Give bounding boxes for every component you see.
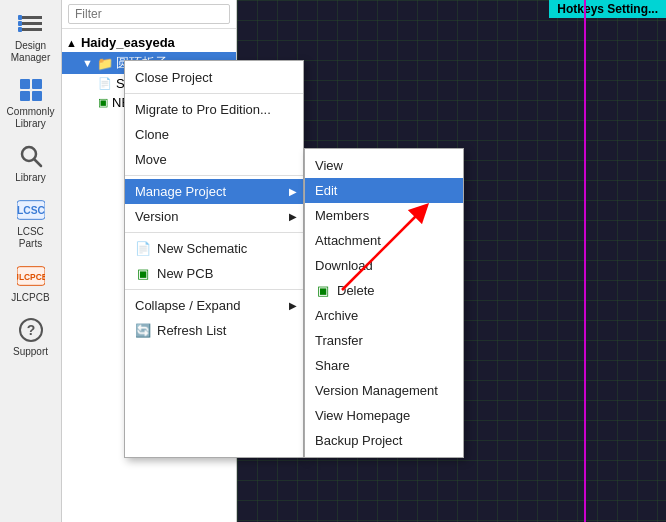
attachment-label: Attachment	[315, 233, 381, 248]
menu-item-clone[interactable]: Clone	[125, 122, 303, 147]
separator-2	[125, 175, 303, 176]
svg-rect-4	[18, 21, 22, 26]
edit-label: Edit	[315, 183, 337, 198]
tree-root[interactable]: ▲ Haidy_easyeda	[62, 33, 236, 52]
submenu-item-share[interactable]: Share	[305, 353, 463, 378]
submenu-item-transfer[interactable]: Transfer	[305, 328, 463, 353]
svg-rect-0	[20, 16, 42, 19]
commonly-library-icon	[17, 76, 45, 104]
sidebar-item-commonly-library[interactable]: CommonlyLibrary	[0, 70, 61, 136]
members-label: Members	[315, 208, 369, 223]
lcsc-label: LCSCParts	[17, 226, 44, 250]
submenu-item-members[interactable]: Members	[305, 203, 463, 228]
refresh-list-label: Refresh List	[157, 323, 226, 338]
main-container: Design Manager CommonlyLibrary Library	[0, 0, 666, 522]
submenu-item-view-homepage[interactable]: View Homepage	[305, 403, 463, 428]
svg-rect-3	[18, 15, 22, 20]
tree-folder-icon: 📁	[97, 56, 113, 71]
sidebar-item-design-manager[interactable]: Design Manager	[0, 4, 61, 70]
menu-item-move[interactable]: Move	[125, 147, 303, 172]
content-area: ▲ Haidy_easyeda ▼ 📁 圆环板子 📄 Sheet_1 ▣ NEW…	[62, 0, 666, 522]
jlcpcb-icon: JLCPCB	[17, 262, 45, 290]
svg-line-11	[34, 159, 41, 166]
submenu-item-backup-project[interactable]: Backup Project	[305, 428, 463, 453]
tree-expand-icon: ▲	[66, 37, 77, 49]
tree-folder-expand-icon: ▼	[82, 57, 93, 69]
support-icon: ?	[17, 316, 45, 344]
menu-item-new-pcb[interactable]: ▣ New PCB	[125, 261, 303, 286]
commonly-library-label: CommonlyLibrary	[7, 106, 55, 130]
version-label: Version	[135, 209, 178, 224]
collapse-expand-arrow: ▶	[289, 300, 297, 311]
svg-rect-8	[20, 91, 30, 101]
submenu-item-download[interactable]: Download	[305, 253, 463, 278]
manage-project-submenu: View Edit Members Attachment Download ▣ …	[304, 148, 464, 458]
separator-3	[125, 232, 303, 233]
submenu-item-edit[interactable]: Edit	[305, 178, 463, 203]
manage-project-arrow: ▶	[289, 186, 297, 197]
version-management-label: Version Management	[315, 383, 438, 398]
backup-project-label: Backup Project	[315, 433, 402, 448]
move-label: Move	[135, 152, 167, 167]
tree-pcb-icon: ▣	[98, 96, 108, 109]
design-manager-label: Design Manager	[4, 40, 57, 64]
separator-4	[125, 289, 303, 290]
hotkeys-button[interactable]: Hotkeys Setting...	[549, 0, 666, 18]
new-schematic-icon: 📄	[135, 241, 151, 256]
context-menu-container: Close Project Migrate to Pro Edition... …	[124, 60, 464, 458]
svg-rect-1	[20, 22, 42, 25]
submenu-item-attachment[interactable]: Attachment	[305, 228, 463, 253]
new-schematic-label: New Schematic	[157, 241, 247, 256]
submenu-item-delete[interactable]: ▣ Delete	[305, 278, 463, 303]
new-pcb-label: New PCB	[157, 266, 213, 281]
migrate-label: Migrate to Pro Edition...	[135, 102, 271, 117]
submenu-item-view[interactable]: View	[305, 153, 463, 178]
svg-rect-6	[20, 79, 30, 89]
magenta-line	[584, 0, 586, 522]
separator-1	[125, 93, 303, 94]
svg-rect-5	[18, 27, 22, 32]
share-label: Share	[315, 358, 350, 373]
library-icon	[17, 142, 45, 170]
version-arrow: ▶	[289, 211, 297, 222]
menu-item-close-project[interactable]: Close Project	[125, 65, 303, 90]
sidebar-item-jlcpcb[interactable]: JLCPCB JLCPCB	[0, 256, 61, 310]
svg-rect-7	[32, 79, 42, 89]
menu-item-version[interactable]: Version ▶	[125, 204, 303, 229]
lcsc-icon: LCSC	[17, 196, 45, 224]
view-label: View	[315, 158, 343, 173]
menu-item-collapse-expand[interactable]: Collapse / Expand ▶	[125, 293, 303, 318]
transfer-label: Transfer	[315, 333, 363, 348]
menu-item-manage-project[interactable]: Manage Project ▶	[125, 179, 303, 204]
archive-label: Archive	[315, 308, 358, 323]
close-project-label: Close Project	[135, 70, 212, 85]
svg-rect-2	[20, 28, 42, 31]
svg-text:?: ?	[26, 322, 35, 338]
sidebar: Design Manager CommonlyLibrary Library	[0, 0, 62, 522]
refresh-icon: 🔄	[135, 323, 151, 338]
tree-sheet-icon: 📄	[98, 77, 112, 90]
primary-context-menu: Close Project Migrate to Pro Edition... …	[124, 60, 304, 458]
collapse-expand-label: Collapse / Expand	[135, 298, 241, 313]
sidebar-item-lcsc[interactable]: LCSC LCSCParts	[0, 190, 61, 256]
download-label: Download	[315, 258, 373, 273]
submenu-item-version-management[interactable]: Version Management	[305, 378, 463, 403]
filter-input[interactable]	[68, 4, 230, 24]
svg-text:LCSC: LCSC	[17, 205, 45, 216]
new-pcb-icon: ▣	[135, 266, 151, 281]
view-homepage-label: View Homepage	[315, 408, 410, 423]
delete-icon: ▣	[315, 283, 331, 298]
jlcpcb-label: JLCPCB	[11, 292, 49, 304]
tree-root-label: Haidy_easyeda	[81, 35, 175, 50]
delete-label: Delete	[337, 283, 375, 298]
filter-bar	[62, 0, 236, 29]
menu-item-new-schematic[interactable]: 📄 New Schematic	[125, 236, 303, 261]
svg-text:JLCPCB: JLCPCB	[17, 272, 45, 282]
menu-item-refresh-list[interactable]: 🔄 Refresh List	[125, 318, 303, 343]
sidebar-item-support[interactable]: ? Support	[0, 310, 61, 364]
support-label: Support	[13, 346, 48, 358]
sidebar-item-library[interactable]: Library	[0, 136, 61, 190]
submenu-item-archive[interactable]: Archive	[305, 303, 463, 328]
library-label: Library	[15, 172, 46, 184]
menu-item-migrate[interactable]: Migrate to Pro Edition...	[125, 97, 303, 122]
